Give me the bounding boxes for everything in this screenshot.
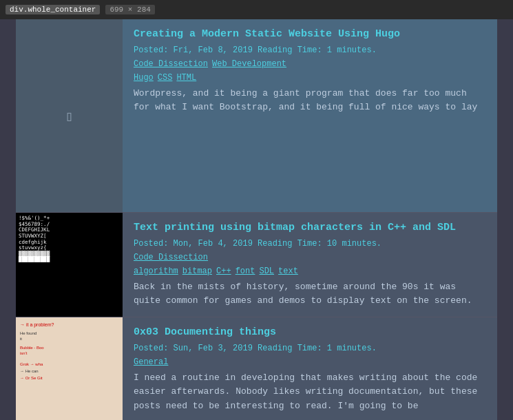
article-thumbnail: ▯ — [16, 19, 123, 212]
article-content: 0x03 Documenting things Posted: Sun, Feb… — [123, 317, 497, 420]
article-title[interactable]: 0x03 Documenting things — [134, 326, 486, 339]
article-card: !$%&'()_*+ $456789:./ CDEFGHIJKL STUVWXY… — [16, 213, 497, 317]
article-meta: Posted: Fri, Feb 8, 2019 Reading Time: 1… — [134, 45, 486, 55]
article-excerpt: I need a routine in developing that make… — [134, 371, 486, 414]
article-tag[interactable]: Web Development — [212, 59, 286, 69]
article-tag-group2: Hugo CSS HTML — [134, 73, 486, 83]
bitmap-image: !$%&'()_*+ $456789:./ CDEFGHIJKL STUVWXY… — [19, 216, 50, 263]
article-tag[interactable]: General — [134, 357, 168, 367]
article-excerpt: Wordpress, and it being a giant program … — [134, 87, 486, 116]
article-tags: General — [134, 357, 486, 367]
article-thumbnail-notes: → it a problem? He foundit Bubble - Booi… — [16, 317, 123, 420]
article-content: Text printing using bitmap characters in… — [123, 213, 497, 317]
article-content: Creating a Modern Static Website Using H… — [123, 19, 497, 212]
article-tag[interactable]: Hugo — [134, 73, 154, 83]
article-thumbnail-bitmap: !$%&'()_*+ $456789:./ CDEFGHIJKL STUVWXY… — [16, 213, 123, 317]
article-meta: Posted: Mon, Feb 4, 2019 Reading Time: 1… — [134, 239, 486, 249]
broken-image-icon: ▯ — [65, 107, 73, 125]
article-excerpt: Back in the mists of history, sometime a… — [134, 280, 486, 309]
article-tag[interactable]: C++ — [216, 266, 231, 276]
article-tag[interactable]: CSS — [158, 73, 173, 83]
article-tag[interactable]: HTML — [176, 73, 196, 83]
article-meta: Posted: Sun, Feb 3, 2019 Reading Time: 1… — [134, 344, 486, 353]
article-card: → it a problem? He foundit Bubble - Booi… — [16, 317, 497, 420]
tag-label: div.whole_container — [6, 5, 100, 14]
article-title[interactable]: Text printing using bitmap characters in… — [134, 221, 486, 235]
article-tag[interactable]: bitmap — [182, 266, 212, 276]
article-tag[interactable]: text — [278, 266, 298, 276]
article-tag[interactable]: font — [235, 266, 255, 276]
dev-toolbar: div.whole_container 699 × 284 — [0, 0, 513, 19]
article-tags: Code Dissection Web Development — [134, 59, 486, 69]
article-card: ▯ Creating a Modern Static Website Using… — [16, 19, 497, 213]
whole-container: ▯ Creating a Modern Static Website Using… — [16, 19, 497, 420]
article-tag[interactable]: Code Dissection — [134, 253, 208, 262]
article-tag[interactable]: algorithm — [134, 266, 178, 276]
article-tag-group2: algorithm bitmap C++ font SDL text — [134, 266, 486, 276]
article-tags: Code Dissection — [134, 253, 486, 262]
article-tag[interactable]: Code Dissection — [134, 59, 208, 69]
notes-content: → it a problem? He foundit Bubble - Booi… — [16, 317, 123, 420]
article-title[interactable]: Creating a Modern Static Website Using H… — [134, 28, 486, 41]
notes-image: → it a problem? He foundit Bubble - Booi… — [16, 317, 123, 420]
article-tag[interactable]: SDL — [259, 266, 274, 276]
dim-label: 699 × 284 — [105, 5, 154, 14]
